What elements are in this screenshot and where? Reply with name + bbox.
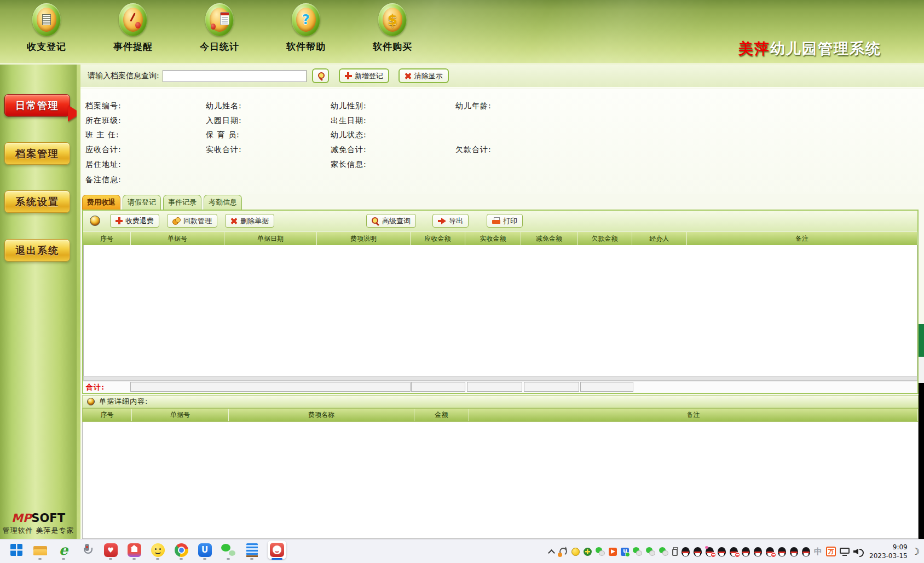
heart-app-icon [104,543,118,557]
meiping-app-button[interactable] [268,541,286,559]
taskbar-apps [9,542,286,560]
tray-qq-icon[interactable] [694,547,702,556]
tray-wechat-icon[interactable] [596,547,605,556]
tray-ime-icon[interactable]: 中 [814,547,822,557]
tray-wps-icon[interactable]: 万 [826,547,836,556]
notes-app-button[interactable] [244,542,259,558]
col-received: 实收金额 [465,232,521,245]
col-seq: 序号 [83,409,132,421]
tray-wechat-icon[interactable] [646,547,655,556]
field-child-age: 幼儿年龄: [455,101,492,111]
recorder-button[interactable] [79,542,95,558]
tab-leave-register[interactable]: 请假登记 [123,195,161,210]
tray-sync-icon[interactable] [559,547,568,556]
detail-table-body [82,422,919,539]
fee-table-body [83,245,917,376]
col-bill-date: 单据日期 [224,232,317,245]
plus-icon [345,72,352,79]
tray-wechat-icon[interactable] [633,547,642,556]
tray-reader-icon[interactable] [609,548,617,556]
uc-browser-button[interactable] [197,542,212,558]
advanced-query-button[interactable]: 高级查询 [366,214,416,228]
tray-u-browser-icon[interactable] [621,548,629,556]
col-operator: 经办人 [632,232,687,245]
tray-wechat-icon[interactable] [659,547,668,556]
sidebar-item-exit-system[interactable]: 退出系统 [4,239,70,262]
tray-qq-icon[interactable] [682,547,690,556]
clear-display-button[interactable]: 清除显示 [399,68,449,83]
file-explorer-button[interactable] [32,542,48,558]
tab-fee-records[interactable]: 费用收退 [82,195,120,210]
print-button[interactable]: 打印 [487,214,523,228]
horizontal-scrollbar[interactable] [83,376,917,381]
desktop-edge-gray [919,357,924,383]
clear-icon [405,72,412,79]
today-stats-button[interactable]: 今日统计 [194,3,245,53]
field-head-teacher: 班 主 任: [85,130,119,140]
app-header: 收支登记 事件提醒 今日统计 软件帮助 软件购买 美萍幼儿园管理系统 [0,0,924,65]
field-enroll-date: 入园日期: [206,116,242,126]
total-cell-receivable [411,382,465,392]
bill-detail-bar: 单据详细内容: [82,395,919,408]
tab-attendance[interactable]: 考勤信息 [204,195,242,210]
sidebar-item-archive-management[interactable]: 档案管理 [4,142,70,165]
add-record-button[interactable]: 新增登记 [339,68,389,83]
tray-usb-icon[interactable] [672,547,678,556]
tray-add-icon[interactable] [584,548,592,556]
tab-event-records[interactable]: 事件记录 [163,195,201,210]
tray-qq-icon[interactable] [802,547,810,556]
tray-qq-icon[interactable] [790,547,798,556]
plus-icon [116,217,123,224]
browser-360-button[interactable] [56,542,71,558]
smiley-app-button[interactable] [150,542,165,558]
sidebar-item-daily-management[interactable]: 日常管理 [4,94,70,117]
field-address: 居住地址: [85,160,122,170]
start-button[interactable] [9,542,24,558]
col-reduction: 减免金额 [521,232,578,245]
delete-bill-button[interactable]: 删除单据 [225,214,274,228]
software-purchase-button[interactable]: 软件购买 [367,3,418,53]
bill-detail-title: 单据详细内容: [99,397,148,407]
notes-icon [246,543,258,557]
search-button[interactable] [312,68,329,83]
home-app-button[interactable] [126,542,142,558]
total-cell-received [467,382,522,392]
fee-panel: 收费退费 回款管理 删除单据 高级查询 导出 打印 序号 单据号 单据日期 费项… [82,210,919,394]
tray-qq-icon[interactable] [730,547,738,556]
tray-chevron-up-icon[interactable] [548,549,555,554]
export-button[interactable]: 导出 [432,214,469,228]
wechat-button[interactable] [221,542,236,558]
tray-qq-icon[interactable] [766,547,774,556]
charge-refund-button[interactable]: 收费退费 [110,214,159,228]
software-help-button[interactable]: 软件帮助 [280,3,332,53]
tray-smiley-icon[interactable] [571,548,580,556]
field-child-name: 幼儿姓名: [206,101,242,111]
purchase-icon [378,3,407,36]
help-icon [292,3,320,36]
folder-icon [33,545,47,555]
heart-app-button[interactable] [103,542,118,558]
tray-qq-icon[interactable] [742,547,750,556]
tray-qq-icon[interactable] [706,547,714,556]
tray-qq-icon[interactable] [778,547,786,556]
sidebar-item-system-settings[interactable]: 系统设置 [4,190,70,213]
field-class: 所在班级: [85,116,122,126]
tray-moon-icon[interactable] [911,547,920,556]
desktop-edge-green [919,324,924,357]
tray-qq-icon[interactable] [718,547,726,556]
search-input[interactable] [163,70,307,82]
smiley-app-icon [151,543,165,557]
u-browser-icon [198,543,212,557]
tray-monitor-icon[interactable] [840,548,850,556]
taskbar-clock[interactable]: 9:09 2023-03-15 [869,543,908,560]
logo-slogan: 管理软件 美萍是专家 [0,526,77,536]
col-receivable: 应收金额 [411,232,465,245]
event-reminder-button[interactable]: 事件提醒 [107,3,159,53]
tray-speaker-icon[interactable] [853,548,864,556]
today-stats-icon [205,3,234,36]
field-received-total: 实收合计: [206,145,242,155]
tray-qq-icon[interactable] [754,547,762,556]
chrome-button[interactable] [174,542,189,558]
repayment-button[interactable]: 回款管理 [167,214,217,228]
income-register-button[interactable]: 收支登记 [21,3,72,53]
